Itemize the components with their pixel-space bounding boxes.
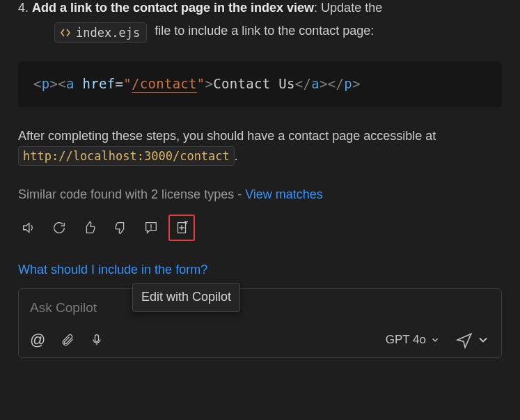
code-block[interactable]: <p><a href="/contact">Contact Us</a></p> [18,61,502,107]
svg-rect-0 [95,334,99,341]
thumbs-up-button[interactable] [79,217,100,238]
file-chip[interactable]: index.ejs [54,22,147,43]
code-fragment: a [311,76,320,91]
edit-with-copilot-button[interactable] [171,217,192,238]
retry-icon [52,220,67,235]
result-paragraph: After completing these steps, you should… [18,127,502,166]
model-selector[interactable]: GPT 4o [386,331,440,349]
chat-input-area[interactable]: Ask Copilot @ GPT 4o [18,288,502,358]
send-icon [455,331,473,349]
comment-icon [143,220,159,235]
code-fragment: > [205,76,214,91]
step-file-line: index.ejs file to include a link to the … [18,18,502,45]
message-toolbar [18,215,502,241]
thumbs-down-icon [113,220,128,235]
thumbs-up-icon [82,220,97,235]
code-fragment: ></ [320,76,344,91]
thumbs-down-button[interactable] [110,217,131,238]
send-options-button[interactable] [476,333,490,347]
chat-input[interactable]: Ask Copilot [30,297,490,318]
send-group [455,331,490,349]
para-text-1: After completing these steps, you should… [18,129,436,143]
code-fragment: </ [295,76,311,91]
code-fragment: > [352,76,361,91]
step-tail-1: : Update the [314,1,382,15]
code-fragment: Contact Us [213,76,294,91]
speaker-icon [21,220,36,235]
paperclip-icon [61,333,74,347]
view-matches-link[interactable]: View matches [245,187,323,201]
suggestion-link[interactable]: What should I include in the form? [18,260,502,280]
code-fragment: href [74,76,116,91]
para-text-2: . [235,149,238,163]
code-fragment: p [344,76,352,91]
code-fragment: " [123,76,132,91]
microphone-icon [90,333,104,347]
file-name: index.ejs [76,24,140,42]
retry-button[interactable] [49,217,70,238]
chevron-down-icon [430,335,440,345]
inline-url[interactable]: http://localhost:3000/contact [18,146,235,166]
code-fragment: < [33,76,42,91]
step-title: Add a link to the contact page in the in… [32,1,314,15]
license-notice: Similar code found with 2 license types … [18,185,502,205]
license-text: Similar code found with 2 license types … [18,187,245,201]
code-fragment: " [197,76,205,91]
code-fragment: >< [50,76,66,91]
attach-button[interactable] [61,333,74,347]
voice-button[interactable] [90,333,104,347]
code-icon [60,27,71,38]
mention-button[interactable]: @ [30,328,45,352]
chat-input-toolbar: @ GPT 4o [30,328,490,352]
code-fragment: /contact [132,76,197,91]
highlight-box [168,215,195,241]
chevron-down-icon [476,333,490,347]
step-header: 4. Add a link to the contact page in the… [18,0,502,18]
step-tail-2: file to include a link to the contact pa… [155,24,374,38]
code-fragment: a [66,76,74,91]
step-number: 4. [18,1,29,15]
code-fragment: p [42,76,50,91]
edit-with-copilot-icon [174,220,189,235]
comment-button[interactable] [141,217,161,238]
send-button[interactable] [455,331,473,349]
read-aloud-button[interactable] [18,217,39,238]
model-label: GPT 4o [386,331,426,349]
code-fragment: = [115,76,123,91]
tooltip: Edit with Copilot [132,283,240,312]
